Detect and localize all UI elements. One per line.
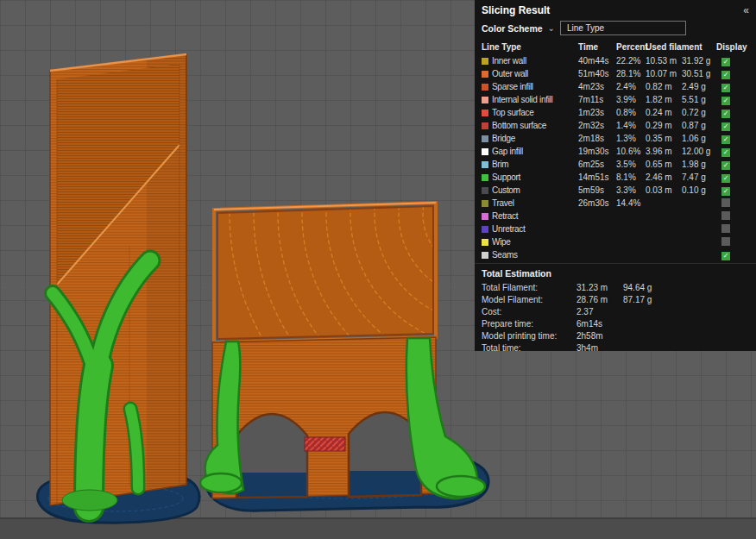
- display-checkbox[interactable]: ✓: [721, 58, 730, 66]
- line-type-row: Inner wall40m44s22.2%10.53 m31.92 g✓: [475, 54, 756, 67]
- percent-value: 10.6%: [616, 147, 646, 156]
- display-checkbox[interactable]: ✓: [721, 135, 730, 144]
- line-type-color-swatch: [482, 110, 488, 116]
- line-type-label: Brim: [492, 160, 578, 169]
- display-checkbox[interactable]: ✓: [721, 174, 730, 183]
- time-value: 1m23s: [578, 108, 616, 117]
- chevron-down-icon: ⌄: [548, 25, 555, 32]
- estimation-value-primary: 2h58m: [576, 331, 623, 341]
- estimation-value-primary: 31.23 m: [576, 283, 623, 292]
- line-type-label: Bridge: [492, 134, 578, 143]
- collapse-panel-icon[interactable]: «: [743, 4, 749, 16]
- display-checkbox[interactable]: ✓: [721, 71, 730, 79]
- slicing-result-panel: Slicing Result « Color Scheme ⌄ Line Typ…: [475, 0, 756, 351]
- time-value: 5m59s: [578, 185, 616, 195]
- line-type-label: Bottom surface: [492, 121, 578, 130]
- line-type-color-swatch: [482, 239, 488, 246]
- line-type-row: Travel26m30s14.4%: [475, 197, 756, 210]
- time-value: 51m40s: [578, 69, 616, 78]
- display-checkbox[interactable]: [721, 224, 730, 233]
- filament-meters-value: 0.35 m: [646, 134, 682, 143]
- estimation-value-primary: 6m14s: [576, 319, 623, 329]
- filament-meters-value: 3.96 m: [646, 147, 682, 156]
- line-type-row: Gap infill19m30s10.6%3.96 m12.00 g✓: [475, 145, 756, 158]
- percent-value: 3.9%: [616, 95, 646, 104]
- display-cell: ✓: [716, 121, 751, 131]
- filament-meters-value: 0.82 m: [646, 82, 682, 91]
- filament-grams-value: 30.51 g: [682, 69, 716, 78]
- line-type-label: Internal solid infill: [492, 95, 578, 104]
- line-type-label: Travel: [492, 198, 578, 208]
- filament-grams-value: 31.92 g: [682, 56, 716, 66]
- color-scheme-label: Color Scheme: [482, 23, 543, 34]
- estimation-label: Total time:: [482, 343, 576, 352]
- line-type-color-swatch: [482, 187, 488, 194]
- display-checkbox[interactable]: [721, 211, 730, 220]
- display-checkbox[interactable]: ✓: [721, 148, 730, 157]
- percent-value: 1.3%: [616, 134, 646, 143]
- filament-meters-value: 0.65 m: [646, 160, 682, 169]
- bridge-highlight-red: [305, 437, 345, 451]
- line-type-row: Support14m51s8.1%2.46 m7.47 g✓: [475, 171, 756, 184]
- line-type-row: Bridge2m18s1.3%0.35 m1.06 g✓: [475, 132, 756, 145]
- display-cell: ✓: [716, 185, 751, 196]
- time-value: 40m44s: [578, 56, 616, 66]
- line-type-label: Wipe: [492, 237, 578, 247]
- display-checkbox[interactable]: ✓: [721, 187, 730, 196]
- percent-value: 3.5%: [616, 160, 646, 169]
- filament-meters-value: 0.29 m: [646, 121, 682, 130]
- estimation-row: Model Filament:28.76 m87.17 g: [475, 293, 756, 305]
- estimation-row: Model printing time:2h58m: [475, 329, 756, 342]
- time-value: 19m30s: [578, 147, 616, 156]
- display-checkbox[interactable]: ✓: [721, 97, 730, 105]
- line-type-color-swatch: [482, 161, 488, 168]
- percent-value: 22.2%: [616, 56, 646, 66]
- display-checkbox[interactable]: ✓: [721, 110, 730, 118]
- display-cell: ✓: [716, 250, 751, 260]
- total-estimation-title: Total Estimation: [475, 263, 756, 281]
- display-cell: [716, 237, 751, 248]
- display-checkbox[interactable]: ✓: [721, 252, 730, 260]
- column-header-percent: Percent: [616, 42, 646, 52]
- line-type-label: Top surface: [492, 108, 578, 117]
- time-value: 4m23s: [578, 82, 616, 91]
- estimation-value-secondary: 87.17 g: [623, 295, 749, 304]
- model-tall-tower[interactable]: [50, 54, 186, 505]
- line-type-label: Retract: [492, 211, 578, 221]
- display-cell: ✓: [716, 160, 751, 170]
- percent-value: 28.1%: [616, 69, 646, 78]
- line-type-color-swatch: [482, 252, 488, 259]
- filament-grams-value: 0.87 g: [682, 121, 716, 130]
- estimation-value-primary: 28.76 m: [576, 295, 623, 304]
- line-type-row: Unretract: [475, 222, 756, 235]
- color-scheme-value: Line Type: [567, 23, 604, 33]
- estimation-label: Cost:: [482, 307, 576, 317]
- filament-meters-value: 10.07 m: [646, 69, 682, 78]
- line-type-color-swatch: [482, 122, 488, 129]
- line-type-label: Outer wall: [492, 69, 578, 78]
- line-type-row: Retract: [475, 210, 756, 222]
- estimation-row: Total time:3h4m: [475, 342, 756, 351]
- display-cell: ✓: [716, 95, 751, 105]
- percent-value: 3.3%: [616, 185, 646, 195]
- display-checkbox[interactable]: [721, 198, 730, 207]
- color-scheme-dropdown[interactable]: Line Type: [560, 21, 686, 35]
- line-type-label: Unretract: [492, 224, 578, 234]
- time-value: 14m51s: [578, 172, 616, 182]
- filament-meters-value: 0.03 m: [646, 185, 682, 195]
- display-checkbox[interactable]: ✓: [721, 122, 730, 131]
- display-checkbox[interactable]: ✓: [721, 161, 730, 170]
- line-type-color-swatch: [482, 135, 488, 142]
- percent-value: 8.1%: [616, 172, 646, 182]
- display-checkbox[interactable]: ✓: [721, 84, 730, 92]
- time-value: 26m30s: [578, 198, 616, 208]
- line-type-rows: Inner wall40m44s22.2%10.53 m31.92 g✓Oute…: [475, 54, 756, 261]
- line-type-label: Gap infill: [492, 147, 578, 156]
- line-type-row: Seams✓: [475, 248, 756, 261]
- display-cell: ✓: [716, 56, 751, 66]
- column-header-display: Display: [716, 42, 751, 52]
- column-header-used-filament: Used filament: [646, 42, 716, 52]
- display-checkbox[interactable]: [721, 237, 730, 246]
- display-cell: ✓: [716, 172, 751, 183]
- color-scheme-row: Color Scheme ⌄ Line Type: [475, 19, 756, 40]
